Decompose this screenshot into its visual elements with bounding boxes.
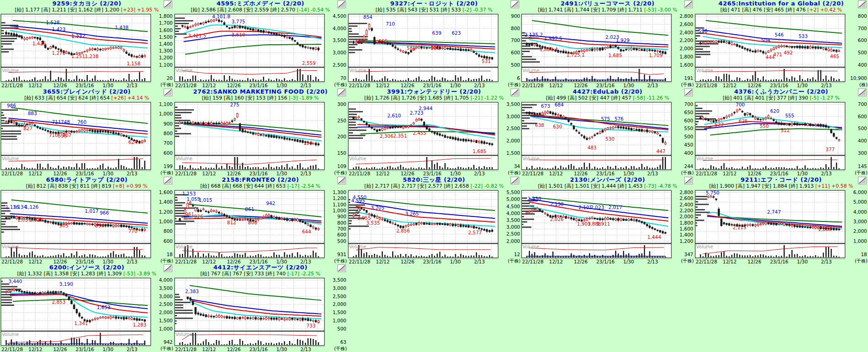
stock-title[interactable]: 2491:バリューコマース (2/20): [521, 0, 694, 7]
expand-icon[interactable]: [164, 0, 172, 8]
candlestick-chart[interactable]: 2,8002,6002,4002,2002,0001,8001,6001,400…: [521, 190, 694, 264]
expand-icon[interactable]: [337, 0, 346, 8]
candlestick-chart[interactable]: 1,3001,2001,1001,0009008007006005001,153…: [174, 190, 347, 264]
y-axis-labels: 5,5005,0004,5004,0003,5003,0002,5002,000: [506, 190, 520, 244]
svg-text:2/13: 2/13: [300, 83, 311, 88]
svg-text:1/30: 1/30: [103, 83, 114, 88]
stock-title[interactable]: 4265:Institution for a Global (2/20): [694, 0, 868, 7]
y-axis-labels: 1,8001,7001,6001,5001,4001,3001,2001,100: [159, 14, 173, 68]
stock-title[interactable]: 9259:タカヨシ (2/20): [0, 0, 174, 7]
stock-title[interactable]: 4595:ミズホメディー (2/20): [174, 0, 347, 7]
candlestick-chart[interactable]: 4,5004,0003,5003,0002,5004,101.83,7753,4…: [174, 14, 347, 88]
stock-chart-cell: 6580:ライトアップ (2/20) [始] 812 [高] 838 [安] 8…: [0, 176, 174, 264]
svg-text:500: 500: [337, 326, 346, 331]
svg-text:1,026: 1,026: [29, 216, 43, 222]
expand-icon[interactable]: [511, 0, 519, 8]
stock-title[interactable]: 2158:FRONTEO (2/20): [174, 176, 347, 183]
svg-text:2,000: 2,000: [680, 46, 693, 51]
candlestick-chart[interactable]: 300250200150275150Volume109(千株)22/11/281…: [174, 102, 347, 176]
candlestick-chart[interactable]: 6,0005,0004,0003,0002,0001,0005,7502,747…: [694, 190, 868, 264]
svg-text:1,400: 1,400: [159, 41, 173, 47]
stock-title[interactable]: 4427:EduLab (2/20): [521, 88, 694, 95]
svg-text:2/13: 2/13: [474, 171, 485, 176]
ohlc-line: [始] 1,741 [高] 1,744 [安] 1,709 [終] 1,711 …: [521, 7, 694, 13]
svg-text:1,800: 1,800: [680, 220, 693, 225]
candlestick-chart[interactable]: 5,5005,0004,5004,0003,5003,0002,5002,000…: [347, 190, 521, 264]
expand-icon[interactable]: [858, 177, 867, 184]
expand-icon[interactable]: [858, 89, 867, 96]
expand-icon[interactable]: [164, 264, 172, 272]
expand-icon[interactable]: [511, 177, 519, 184]
svg-text:12/12: 12/12: [723, 83, 736, 88]
ohlc-values: [始] 1,501 [高] 1,501 [安] 1,444 [終] 1,453: [538, 183, 643, 189]
stock-title[interactable]: 4412:サイエンスアーツ (2/20): [174, 264, 347, 271]
candlestick-chart[interactable]: 1,8001,7001,6001,5001,4001,3001,2001,100…: [0, 14, 174, 88]
expand-icon-glyph: [511, 89, 519, 96]
expand-icon[interactable]: [337, 89, 346, 96]
svg-text:623: 623: [452, 30, 461, 36]
svg-text:2,577: 2,577: [468, 229, 482, 235]
y-axis-labels: 1,3001,2001,1001,000900800700600500: [333, 190, 346, 244]
change-value: [+2] +0.42 %: [807, 7, 842, 13]
svg-text:12/26: 12/26: [53, 258, 67, 264]
volume-unit: (千株): [681, 258, 694, 263]
stock-title[interactable]: 5820:三ッ星 (2/20): [347, 176, 521, 183]
candlestick-chart[interactable]: 7006506005505004504006736845755766386304…: [521, 102, 694, 176]
ohlc-values: [始] 1,177 [高] 1,211 [安] 1,162 [終] 1,200: [15, 7, 119, 13]
candlestick-chart[interactable]: 3,5003,0002,5002,0001,5001,0005002,38373…: [174, 278, 347, 352]
candlestick-chart[interactable]: 1,1001,000900800700600986883711748760827…: [0, 102, 174, 176]
candlestick-chart[interactable]: 9008007006005008547106396236666665855895…: [347, 14, 521, 88]
svg-text:22/11/28: 22/11/28: [175, 347, 197, 352]
svg-text:2,400: 2,400: [680, 30, 693, 35]
svg-text:4,101.8: 4,101.8: [212, 14, 230, 19]
chart-header: 3991:ウォンテッドリー (2/20) [始] 1,726 [高] 1,726…: [347, 88, 521, 102]
candlestick-chart[interactable]: 800700600500400596504546533444471492465V…: [694, 14, 868, 88]
svg-text:2/13: 2/13: [647, 258, 658, 264]
stock-title[interactable]: 6580:ライトアップ (2/20): [0, 176, 174, 183]
expand-icon[interactable]: [511, 89, 519, 96]
stock-title[interactable]: 2762:SANKO MARKETING FOOD (2/20): [174, 88, 347, 95]
svg-text:1/30: 1/30: [276, 83, 287, 88]
candlestick-chart[interactable]: 2,8002,6002,4002,2002,0001,8001,6002,135…: [521, 14, 694, 88]
stock-title[interactable]: 3991:ウォンテッドリー (2/20): [347, 88, 521, 95]
stock-title[interactable]: 9327:イー・ロジット (2/20): [347, 0, 521, 7]
expand-icon[interactable]: [684, 0, 693, 8]
expand-icon[interactable]: [337, 264, 346, 272]
svg-text:1,200: 1,200: [680, 238, 693, 243]
svg-text:2,017: 2,017: [608, 205, 622, 210]
stock-title[interactable]: 9211:エフ・コード (2/20): [694, 176, 868, 183]
svg-text:3,500: 3,500: [159, 285, 173, 291]
expand-icon[interactable]: [684, 177, 693, 184]
svg-text:596: 596: [698, 28, 708, 34]
stock-title[interactable]: 6200:インソース (2/20): [0, 264, 174, 271]
x-axis-labels: 22/11/2812/1212/2623/1/161/302/13: [696, 82, 832, 88]
candlestick-chart[interactable]: 4,0003,5003,0002,5002,0001,5001,0003,440…: [0, 278, 174, 352]
svg-text:1,653: 1,653: [97, 305, 111, 310]
svg-text:1,153: 1,153: [182, 191, 196, 196]
svg-text:12/26: 12/26: [574, 258, 588, 264]
expand-icon[interactable]: [164, 89, 172, 96]
svg-text:2,400: 2,400: [680, 201, 693, 207]
stock-title[interactable]: 2130:メンバーズ (2/20): [521, 176, 694, 183]
expand-icon[interactable]: [684, 89, 693, 96]
svg-text:1,000: 1,000: [333, 208, 346, 213]
x-axis-labels: 22/11/2812/1212/2623/1/161/302/13: [1, 258, 138, 264]
expand-icon[interactable]: [164, 177, 172, 184]
expand-icon[interactable]: [858, 0, 867, 8]
expand-icon[interactable]: [337, 177, 346, 184]
stock-title[interactable]: 3655:ブレインパッド (2/20): [0, 88, 174, 95]
volume-scale: 6: [517, 75, 520, 81]
svg-text:483: 483: [588, 144, 597, 150]
candlestick-chart[interactable]: 700600500400300700620555577625550512377V…: [694, 102, 868, 176]
chart-header: 9211:エフ・コード (2/20) [始] 1,900 [高] 1,947 […: [694, 176, 868, 190]
change-value: [-2] -0.37 %: [463, 7, 492, 13]
svg-text:492: 492: [784, 50, 793, 55]
stock-title[interactable]: 4376:くふうカンパニー (2/20): [694, 88, 868, 95]
volume-pane-label: Volume: [2, 244, 19, 249]
candlestick-chart[interactable]: 3,5003,0002,5002,0001,5002,6102,7232,944…: [347, 102, 521, 176]
svg-text:400: 400: [684, 150, 693, 155]
chart-header: 6580:ライトアップ (2/20) [始] 812 [高] 838 [安] 8…: [0, 176, 174, 190]
candlestick-chart[interactable]: 1,6001,4001,2001,0008006001,1361,1341,12…: [0, 190, 174, 264]
x-axis-labels: 22/11/2812/1212/2623/1/161/302/13: [1, 82, 138, 88]
svg-text:638: 638: [535, 122, 544, 128]
